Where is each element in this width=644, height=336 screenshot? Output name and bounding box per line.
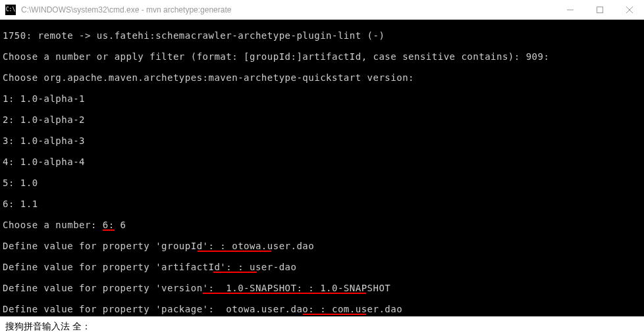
cmd-icon: C:\ (5, 5, 16, 15)
svg-rect-1 (597, 7, 603, 12)
terminal-line: Define value for property 'groupId': : o… (3, 241, 641, 251)
ime-status-text: 搜狗拼音输入法 全： (5, 321, 91, 333)
terminal-line: Define value for property 'version': 1.0… (3, 283, 641, 293)
terminal-line: Choose org.apache.maven.archetypes:maven… (3, 72, 641, 83)
terminal-output[interactable]: 1750: remote -> us.fatehi:schemacrawler-… (0, 20, 644, 316)
terminal-line: 4: 1.0-alpha-4 (3, 156, 641, 167)
highlight-underline (103, 229, 115, 231)
terminal-line: 6: 1.1 (3, 199, 641, 209)
highlight-underline (303, 314, 366, 315)
terminal-line: Define value for property 'package': oto… (3, 304, 641, 314)
highlight-underline (213, 272, 257, 273)
terminal-line: 1: 1.0-alpha-1 (3, 93, 641, 104)
terminal-line: Choose a number or apply filter (format:… (3, 51, 641, 62)
highlight-underline (198, 251, 271, 252)
terminal-line: Choose a number: 6: 6 (3, 220, 641, 230)
terminal-line: 1750: remote -> us.fatehi:schemacrawler-… (3, 30, 641, 41)
highlight-underline (203, 293, 366, 294)
ime-statusbar: 搜狗拼音输入法 全： (0, 316, 644, 336)
terminal-line: 2: 1.0-alpha-2 (3, 114, 641, 125)
window-controls (555, 0, 644, 19)
terminal-line: 3: 1.0-alpha-3 (3, 135, 641, 146)
minimize-button[interactable] (555, 0, 585, 19)
terminal-line: Define value for property 'artifactId': … (3, 262, 641, 272)
maximize-button[interactable] (585, 0, 614, 19)
window-titlebar: C:\ C:\WINDOWS\system32\cmd.exe - mvn ar… (0, 0, 644, 20)
close-button[interactable] (614, 0, 644, 19)
window-title: C:\WINDOWS\system32\cmd.exe - mvn archet… (21, 5, 555, 14)
terminal-line: 5: 1.0 (3, 178, 641, 188)
